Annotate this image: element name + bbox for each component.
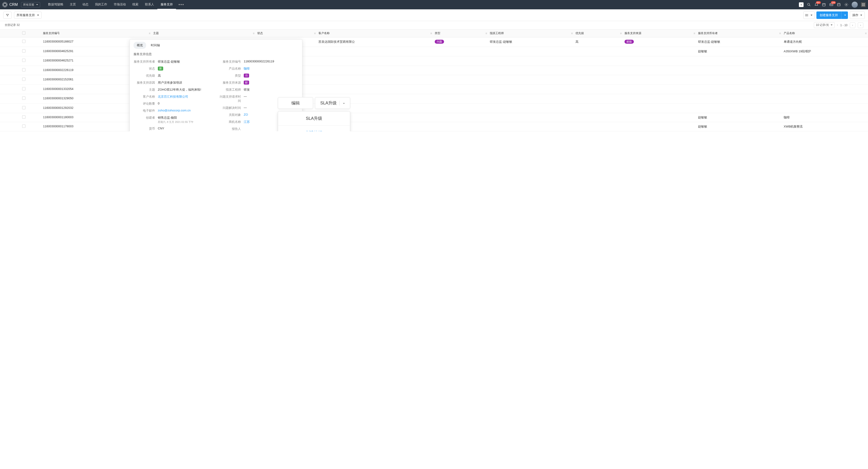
col-header[interactable]: 产品名称≡	[782, 29, 868, 37]
cell-source: 邮箱	[623, 37, 696, 47]
action-label: 操作	[852, 13, 859, 17]
nav-item-3[interactable]: 我的工作	[92, 0, 111, 9]
row-checkbox[interactable]	[22, 59, 26, 62]
cell-priority	[574, 94, 623, 104]
col-checkbox	[21, 29, 41, 37]
popover-tabs: 概览 时间轴	[130, 39, 302, 49]
col-header[interactable]: 主题≡	[152, 29, 256, 37]
create-button[interactable]: 创建服务支持	[816, 11, 841, 19]
more-menu-icon[interactable]: •••	[176, 2, 187, 7]
total-records: 全部记录 32	[5, 23, 20, 27]
gear-icon[interactable]	[844, 3, 848, 7]
nav-item-1[interactable]: 主页	[66, 0, 79, 9]
records-table-wrap: 服务支持编号≡主题≡状态≡客户名称≡类型≡指派工程师≡优先级≡服务支持来源≡服务…	[0, 29, 868, 131]
row-checkbox[interactable]	[22, 78, 26, 81]
cell-priority	[574, 56, 623, 66]
svg-rect-8	[864, 3, 865, 4]
cell-owner: 赵敏敏	[696, 122, 782, 131]
nav-item-4[interactable]: 市场活动	[111, 0, 129, 9]
sla-buttons: 编辑 SLA升级	[278, 97, 350, 109]
svg-rect-13	[863, 5, 864, 6]
edit-button[interactable]: 编辑	[278, 97, 313, 109]
col-header[interactable]: 服务支持所有者≡	[696, 29, 782, 37]
view-selector[interactable]: 所有服务支持	[14, 12, 41, 19]
cell-type	[433, 56, 488, 66]
cell-source	[623, 47, 696, 56]
nav-item-6[interactable]: 联系人	[142, 0, 157, 9]
svg-rect-7	[863, 3, 864, 4]
avatar[interactable]	[852, 2, 858, 8]
cell-owner	[696, 85, 782, 94]
col-header[interactable]: 类型≡	[433, 29, 488, 37]
create-button-group: 创建服务支持	[816, 11, 848, 19]
cell-owner: 赵敏敏	[696, 47, 782, 56]
cell-type	[433, 113, 488, 122]
row-checkbox[interactable]	[22, 40, 26, 43]
col-header[interactable]: 优先级≡	[574, 29, 623, 37]
svg-rect-6	[862, 3, 863, 4]
sla-menu-item[interactable]: 创建按钮	[278, 125, 350, 131]
action-button[interactable]: 操作	[850, 11, 865, 19]
cell-source	[623, 94, 696, 104]
row-checkbox[interactable]	[22, 124, 26, 128]
cell-customer: 苏美达国际技术贸易有限公	[317, 37, 433, 47]
cell-source	[623, 75, 696, 85]
view-label: 所有服务支持	[17, 13, 35, 17]
cell-owner	[696, 75, 782, 85]
quick-create-button[interactable]: +	[799, 2, 804, 7]
calendar-icon[interactable]	[822, 3, 826, 7]
filter-button[interactable]	[3, 12, 12, 19]
cell-owner: 赵敏敏	[696, 113, 782, 122]
cell-customer	[317, 85, 433, 94]
all-tabs-button[interactable]: 所有页签	[21, 2, 40, 7]
row-checkbox[interactable]	[22, 68, 26, 71]
search-icon[interactable]	[807, 3, 811, 7]
next-page-button[interactable]: ›	[858, 23, 863, 28]
cell-priority: 高	[574, 37, 623, 47]
prev-page-button[interactable]: ‹	[850, 23, 856, 28]
svg-rect-14	[864, 5, 865, 6]
svg-rect-12	[862, 5, 863, 6]
cell-engineer	[488, 56, 574, 66]
cell-priority	[574, 75, 623, 85]
tab-timeline[interactable]: 时间轴	[148, 42, 163, 49]
mail-icon[interactable]: 235	[829, 3, 833, 7]
row-checkbox[interactable]	[22, 115, 26, 119]
toolbar-right: 创建服务支持 操作	[803, 11, 865, 19]
col-header[interactable]: 客户名称≡	[317, 29, 433, 37]
nav-item-5[interactable]: 线索	[129, 0, 142, 9]
cell-priority	[574, 113, 623, 122]
zoho-logo-icon	[2, 2, 7, 7]
sla-upgrade-button[interactable]: SLA升级	[315, 97, 350, 109]
select-all-checkbox[interactable]	[22, 31, 26, 35]
nav-item-2[interactable]: 动态	[79, 0, 92, 9]
row-checkbox[interactable]	[22, 106, 26, 109]
store-icon[interactable]	[837, 3, 841, 7]
cell-engineer	[488, 122, 574, 131]
cell-product: XWB机腹整流	[782, 122, 868, 131]
row-checkbox[interactable]	[22, 96, 26, 100]
cell-owner: 研发总监-赵敏敏	[696, 37, 782, 47]
sla-menu-item[interactable]: SLA升级	[278, 111, 350, 125]
per-page-selector[interactable]: 10 记录/页	[814, 22, 835, 28]
row-checkbox[interactable]	[22, 87, 26, 90]
nav-item-0[interactable]: 数据驾驶舱	[45, 0, 66, 9]
apps-grid-icon[interactable]	[861, 2, 866, 7]
bell-icon[interactable]: 99+	[814, 3, 818, 7]
navbar-right: + 99+ 235	[799, 2, 866, 8]
create-caret-button[interactable]	[841, 11, 848, 19]
chevron-down-icon	[36, 13, 39, 17]
tab-overview[interactable]: 概览	[133, 42, 146, 49]
cell-engineer	[488, 94, 574, 104]
cell-product	[782, 56, 868, 66]
col-header[interactable]: 服务支持来源≡	[623, 29, 696, 37]
layout-list-button[interactable]	[803, 11, 814, 19]
col-header[interactable]: 指派工程师≡	[488, 29, 574, 37]
chevron-down-icon	[810, 13, 812, 17]
svg-point-0	[808, 3, 810, 5]
col-header[interactable]: 状态≡	[256, 29, 317, 37]
col-header[interactable]: 服务支持编号≡	[41, 29, 152, 37]
row-checkbox[interactable]	[22, 49, 26, 53]
per-page-label: 10 记录/页	[816, 23, 829, 27]
nav-item-7[interactable]: 服务支持	[157, 0, 176, 9]
